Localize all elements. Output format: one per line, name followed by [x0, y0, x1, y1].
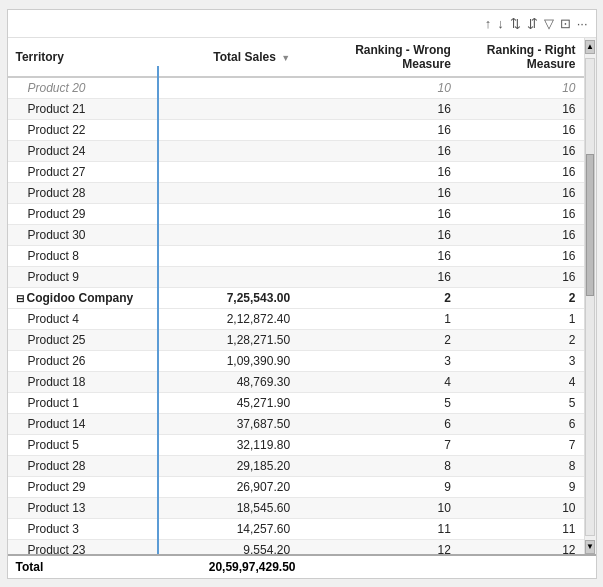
right-cell: 16	[459, 140, 584, 161]
table-row: Product 1437,687.5066	[8, 413, 584, 434]
table-row: Product 301616	[8, 224, 584, 245]
collapse-icon[interactable]: ⊟	[16, 293, 24, 304]
territory-cell: Product 22	[8, 119, 164, 140]
sort-group-icon[interactable]: ⇅	[510, 16, 521, 31]
territory-cell: Product 27	[8, 161, 164, 182]
expand-icon[interactable]: ⊡	[560, 16, 571, 31]
scroll-thumb[interactable]	[586, 154, 594, 297]
wrong-cell: 16	[298, 98, 459, 119]
territory-cell: Product 20	[8, 77, 164, 99]
scroll-up-btn[interactable]: ▲	[585, 40, 595, 54]
wrong-cell: 10	[298, 77, 459, 99]
group-sales-cell: 7,25,543.00	[163, 287, 298, 308]
wrong-cell: 16	[298, 119, 459, 140]
table-row: Product 42,12,872.4011	[8, 308, 584, 329]
sort-desc-icon[interactable]: ↓	[497, 16, 504, 31]
sales-cell	[163, 203, 298, 224]
right-cell: 7	[459, 434, 584, 455]
wrong-cell: 16	[298, 245, 459, 266]
table-row: Product 221616	[8, 119, 584, 140]
wrong-cell: 8	[298, 455, 459, 476]
right-cell: 16	[459, 245, 584, 266]
sales-cell: 18,545.60	[163, 497, 298, 518]
toolbar: ↑ ↓ ⇅ ⇵ ▽ ⊡ ···	[8, 10, 596, 38]
table-scroll[interactable]: Territory Total Sales ▼ Ranking - Wrong …	[8, 38, 584, 554]
sales-cell	[163, 224, 298, 245]
sales-cell: 32,119.80	[163, 434, 298, 455]
table-wrapper: Territory Total Sales ▼ Ranking - Wrong …	[8, 38, 596, 554]
col-header-territory[interactable]: Territory	[8, 38, 164, 77]
col-header-right[interactable]: Ranking - Right Measure	[459, 38, 584, 77]
group-name-cell: ⊟Cogidoo Company	[8, 287, 164, 308]
table-row: Product 261,09,390.9033	[8, 350, 584, 371]
sales-cell	[163, 161, 298, 182]
table-row: Product 1848,769.3044	[8, 371, 584, 392]
wrong-cell: 2	[298, 329, 459, 350]
main-container: ↑ ↓ ⇅ ⇵ ▽ ⊡ ··· Territory Total Sales ▼	[7, 9, 597, 579]
territory-cell: Product 18	[8, 371, 164, 392]
sort-indicator: ▼	[281, 53, 290, 63]
group-right-cell: 2	[459, 287, 584, 308]
right-cell: 4	[459, 371, 584, 392]
col-header-wrong[interactable]: Ranking - Wrong Measure	[298, 38, 459, 77]
territory-cell: Product 14	[8, 413, 164, 434]
sales-cell: 37,687.50	[163, 413, 298, 434]
header-row: Territory Total Sales ▼ Ranking - Wrong …	[8, 38, 584, 77]
wrong-cell: 4	[298, 371, 459, 392]
wrong-cell: 16	[298, 182, 459, 203]
sales-cell	[163, 182, 298, 203]
wrong-cell: 16	[298, 224, 459, 245]
table-row: Product 2926,907.2099	[8, 476, 584, 497]
right-cell: 5	[459, 392, 584, 413]
scroll-track[interactable]	[585, 58, 595, 536]
territory-cell: Product 30	[8, 224, 164, 245]
more-icon[interactable]: ···	[577, 16, 588, 31]
wrong-cell: 11	[298, 518, 459, 539]
scrollbar[interactable]: ▲ ▼	[584, 38, 596, 554]
total-label: Total	[16, 560, 166, 574]
data-table: Territory Total Sales ▼ Ranking - Wrong …	[8, 38, 584, 554]
wrong-cell: 9	[298, 476, 459, 497]
sort-asc-icon[interactable]: ↑	[485, 16, 492, 31]
territory-cell: Product 9	[8, 266, 164, 287]
territory-cell: Product 8	[8, 245, 164, 266]
territory-cell: Product 29	[8, 203, 164, 224]
table-row: Product 1318,545.601010	[8, 497, 584, 518]
filter-icon[interactable]: ▽	[544, 16, 554, 31]
right-cell: 10	[459, 497, 584, 518]
table-row: Product 281616	[8, 182, 584, 203]
wrong-cell: 3	[298, 350, 459, 371]
wrong-cell: 16	[298, 140, 459, 161]
territory-cell: Product 13	[8, 497, 164, 518]
total-row: Total 20,59,97,429.50	[8, 554, 596, 578]
right-cell: 6	[459, 413, 584, 434]
right-cell: 2	[459, 329, 584, 350]
right-cell: 16	[459, 203, 584, 224]
col-header-sales[interactable]: Total Sales ▼	[163, 38, 298, 77]
sales-cell	[163, 245, 298, 266]
territory-cell: Product 5	[8, 434, 164, 455]
territory-cell: Product 4	[8, 308, 164, 329]
sort-options-icon[interactable]: ⇵	[527, 16, 538, 31]
right-cell: 1	[459, 308, 584, 329]
table-row: Product 2829,185.2088	[8, 455, 584, 476]
sales-cell: 1,09,390.90	[163, 350, 298, 371]
sales-cell	[163, 266, 298, 287]
territory-cell: Product 23	[8, 539, 164, 554]
table-row: Product 239,554.201212	[8, 539, 584, 554]
table-row: Product 201010	[8, 77, 584, 99]
scroll-down-btn[interactable]: ▼	[585, 540, 595, 554]
sales-cell: 14,257.60	[163, 518, 298, 539]
wrong-cell: 5	[298, 392, 459, 413]
territory-cell: Product 28	[8, 182, 164, 203]
sales-cell: 48,769.30	[163, 371, 298, 392]
territory-cell: Product 1	[8, 392, 164, 413]
total-sales: 20,59,97,429.50	[166, 560, 296, 574]
right-cell: 9	[459, 476, 584, 497]
territory-cell: Product 3	[8, 518, 164, 539]
wrong-cell: 10	[298, 497, 459, 518]
wrong-cell: 1	[298, 308, 459, 329]
right-cell: 16	[459, 266, 584, 287]
territory-cell: Product 28	[8, 455, 164, 476]
table-row: Product 211616	[8, 98, 584, 119]
